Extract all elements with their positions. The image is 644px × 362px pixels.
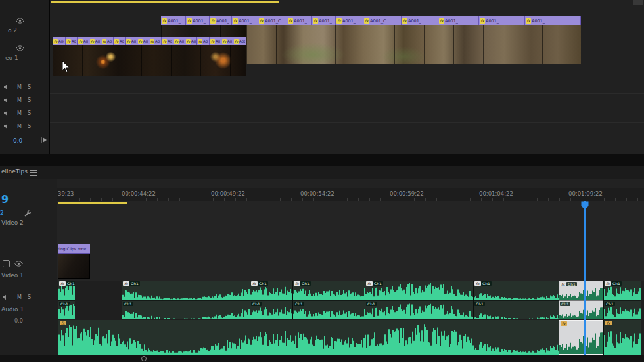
fx-badge-icon[interactable]: fx xyxy=(233,18,238,24)
panel-menu-icon[interactable] xyxy=(30,170,37,176)
fx-badge-icon[interactable]: fx xyxy=(474,281,481,286)
video-clip-header[interactable]: fx A001 xyxy=(137,37,149,45)
video-clip-header[interactable]: fx A001_ xyxy=(312,16,336,25)
video-clip-header[interactable]: fx A001_ xyxy=(287,16,312,25)
video-clip-header[interactable]: fx A001 xyxy=(185,37,197,45)
mute-button[interactable]: M xyxy=(17,97,22,103)
solo-button[interactable]: S xyxy=(28,294,31,300)
video-clip-header[interactable]: fx A001 xyxy=(114,37,126,45)
fx-badge-icon[interactable]: fx xyxy=(605,281,611,286)
video-clip-thumbnail[interactable] xyxy=(58,254,90,279)
fx-badge-icon[interactable]: fx xyxy=(560,282,566,286)
mute-button[interactable]: M xyxy=(17,294,22,300)
track-output-eye-icon[interactable] xyxy=(16,18,24,24)
video-clip-header[interactable]: fx A001_ xyxy=(525,16,581,25)
audio-clip[interactable]: fx Ch1 Ch1 xyxy=(292,281,365,319)
fx-badge-icon[interactable]: fx xyxy=(336,18,342,24)
track-output-eye-icon[interactable] xyxy=(16,45,24,51)
solo-button[interactable]: S xyxy=(28,97,31,103)
fx-badge-icon[interactable]: fx xyxy=(402,18,407,24)
video-clip-header[interactable]: fx A001 xyxy=(66,37,78,45)
video-clip-header[interactable]: fx A001 xyxy=(78,37,89,45)
video-clip-header[interactable]: fx A001_ xyxy=(402,16,438,25)
fx-badge-icon[interactable]: fx xyxy=(174,39,179,44)
playhead-handle[interactable] xyxy=(580,200,589,213)
fx-badge-icon[interactable]: fx xyxy=(605,321,612,325)
fx-badge-icon[interactable]: fx xyxy=(150,39,154,44)
video-clip-header[interactable]: fx A001_ xyxy=(438,16,479,25)
solo-button[interactable]: S xyxy=(28,110,31,116)
fx-badge-icon[interactable]: fx xyxy=(198,39,202,44)
fx-badge-icon[interactable]: fx xyxy=(162,39,167,44)
speaker-icon[interactable] xyxy=(4,110,10,116)
fx-badge-icon[interactable]: fx xyxy=(561,321,567,326)
video2-thumbnail-strip-wood[interactable] xyxy=(246,25,581,64)
sync-lock-icon[interactable] xyxy=(3,260,10,267)
speaker-icon[interactable] xyxy=(4,124,10,129)
fx-badge-icon[interactable]: fx xyxy=(90,39,95,44)
video-clip-header[interactable]: fx A001_ xyxy=(479,16,525,25)
speaker-icon[interactable] xyxy=(3,294,9,300)
video2-lane[interactable] xyxy=(57,201,644,244)
playhead-timecode[interactable]: 9 xyxy=(1,193,9,206)
fx-badge-icon[interactable]: fx xyxy=(526,18,531,24)
track-gain-value[interactable]: 0.0 xyxy=(14,318,23,324)
audio-clip[interactable]: fx xyxy=(559,320,603,355)
fx-badge-icon[interactable]: fx xyxy=(60,321,66,325)
video1-lane[interactable] xyxy=(57,244,644,281)
video-clip[interactable]: ting Clips.mov xyxy=(58,244,90,279)
video-clip-header[interactable]: ting Clips.mov xyxy=(58,244,90,254)
video-clip-header[interactable]: fx A001 xyxy=(221,37,233,45)
wrench-settings-icon[interactable] xyxy=(24,208,32,220)
video-clip-header[interactable]: fx A001 xyxy=(101,37,114,45)
video-clip-header[interactable]: fx A001_ xyxy=(336,16,363,25)
video-clip-header[interactable]: fx A001 xyxy=(149,37,162,45)
mute-button[interactable]: M xyxy=(17,124,22,129)
video-clip-header[interactable]: fx A001_C xyxy=(363,16,402,25)
video-clip-header[interactable]: fx A001 xyxy=(162,37,173,45)
video-clip-header[interactable]: fx A001 xyxy=(126,37,137,45)
audio-clip[interactable]: fx Ch1 Ch1 xyxy=(473,281,559,319)
video-clip-header[interactable]: fx A001 xyxy=(89,37,101,45)
fx-badge-icon[interactable]: fx xyxy=(439,18,444,24)
speaker-icon[interactable] xyxy=(4,84,10,90)
video-clip-header[interactable]: fx A001_ xyxy=(210,16,232,25)
work-area-bar[interactable] xyxy=(58,202,127,204)
fx-badge-icon[interactable]: fx xyxy=(210,18,216,24)
audio-clip[interactable]: fx xyxy=(58,320,559,355)
video-clip-header[interactable]: fx A001 xyxy=(197,37,210,45)
fx-badge-icon[interactable]: fx xyxy=(114,39,119,44)
video1-thumbnail-strip[interactable] xyxy=(53,45,246,76)
fx-badge-icon[interactable]: fx xyxy=(234,39,239,44)
horizontal-scrollbar[interactable] xyxy=(0,355,644,362)
fx-badge-icon[interactable]: fx xyxy=(162,18,167,24)
work-area-bar[interactable] xyxy=(51,1,279,3)
video-clip-header[interactable]: fx A001 xyxy=(173,37,185,45)
panel-tab-timeline[interactable]: elineTips xyxy=(1,168,28,175)
zoom-scroll-handle[interactable] xyxy=(141,356,147,361)
audio-clip[interactable]: fx Ch1 Ch1 xyxy=(122,281,250,319)
audio-clip[interactable]: fx Ch1 Ch1 xyxy=(365,281,473,319)
video2-thumbnail-strip[interactable] xyxy=(161,25,246,37)
fx-badge-icon[interactable]: fx xyxy=(138,39,143,44)
fx-badge-icon[interactable]: fx xyxy=(313,18,318,24)
fx-badge-icon[interactable]: fx xyxy=(102,39,106,44)
video-clip-header[interactable]: fx A001_C xyxy=(258,16,287,25)
audio-clip[interactable]: fx Ch1 Ch1 xyxy=(58,281,75,319)
fx-badge-icon[interactable]: fx xyxy=(53,39,58,44)
solo-button[interactable]: S xyxy=(28,124,31,129)
scrollbar-stub[interactable] xyxy=(633,0,643,5)
fx-badge-icon[interactable]: fx xyxy=(186,39,191,44)
fx-badge-icon[interactable]: fx xyxy=(259,18,264,24)
mute-button[interactable]: M xyxy=(17,110,22,116)
video-clip-header[interactable]: fx A001 xyxy=(233,37,246,45)
fx-badge-icon[interactable]: fx xyxy=(364,18,369,24)
playhead-line[interactable] xyxy=(584,201,586,355)
audio-clip[interactable]: fx xyxy=(603,320,641,355)
fx-badge-icon[interactable]: fx xyxy=(366,281,373,286)
fx-badge-icon[interactable]: fx xyxy=(288,18,293,24)
fx-badge-icon[interactable]: fx xyxy=(222,39,227,44)
audio-clip[interactable]: fx Ch1 Ch1 xyxy=(603,281,641,319)
solo-button[interactable]: S xyxy=(28,84,31,90)
fx-badge-icon[interactable]: fx xyxy=(66,39,71,44)
